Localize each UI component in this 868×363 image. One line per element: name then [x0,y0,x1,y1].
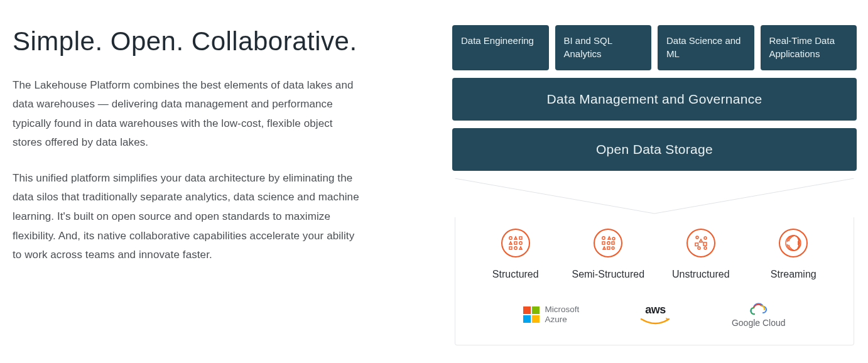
format-streaming: Streaming [747,229,840,280]
svg-point-9 [602,237,605,239]
tile-bi-sql-analytics[interactable]: BI and SQL Analytics [555,25,652,70]
svg-point-23 [698,247,700,249]
svg-rect-16 [607,247,610,249]
paragraph-1: The Lakehouse Platform combines the best… [13,76,364,153]
svg-point-5 [519,242,522,244]
svg-point-0 [509,237,512,239]
unstructured-icon [686,229,715,257]
format-semi-structured: Semi-Structured [562,229,655,280]
tile-open-data-storage[interactable]: Open Data Storage [452,128,857,171]
data-formats-row: Structured Semi-Structured [469,229,840,280]
svg-point-7 [514,247,517,249]
tile-data-mgmt-governance[interactable]: Data Management and Governance [452,78,857,121]
azure-label-line-1: Microsoft [545,305,579,315]
google-cloud-label: Google Cloud [732,318,786,328]
cloud-providers-row: Microsoft Azure aws [469,301,840,328]
format-structured-label: Structured [492,269,539,280]
cloud-aws: aws [640,303,671,327]
format-semi-structured-label: Semi-Structured [572,269,644,280]
svg-rect-4 [514,242,517,244]
svg-marker-3 [509,242,512,244]
svg-point-18 [696,236,698,239]
streaming-icon [779,229,808,257]
svg-marker-8 [519,247,522,249]
svg-marker-15 [603,247,605,249]
svg-rect-2 [519,237,522,239]
data-formats-card: Structured Semi-Structured [455,217,854,345]
format-unstructured-label: Unstructured [672,269,730,280]
headline: Simple. Open. Collaborative. [13,25,364,58]
svg-rect-14 [612,242,614,244]
structured-icon [501,229,530,257]
cloud-google: Google Cloud [732,301,786,328]
svg-rect-6 [509,247,512,249]
svg-rect-22 [703,242,707,246]
svg-marker-20 [699,239,702,242]
svg-marker-10 [608,237,610,239]
top-tile-row: Data Engineering BI and SQL Analytics Da… [452,25,857,70]
svg-rect-21 [695,243,698,246]
tile-realtime-apps[interactable]: Real-Time Data Applications [761,25,857,70]
svg-point-11 [612,237,615,240]
svg-point-19 [704,237,707,239]
paragraph-2: This unified platform simplifies your da… [13,169,364,265]
funnel-connector [455,178,854,216]
tile-data-engineering[interactable]: Data Engineering [452,25,549,70]
semi-structured-icon [594,229,622,257]
svg-point-17 [612,247,614,249]
format-structured: Structured [469,229,562,280]
tile-data-science-ml[interactable]: Data Science and ML [658,25,754,70]
svg-rect-12 [602,242,605,244]
cloud-azure: Microsoft Azure [523,305,579,325]
svg-point-24 [704,247,707,249]
aws-label: aws [645,303,666,317]
azure-logo-icon [523,306,540,323]
aws-smile-icon [640,318,671,327]
format-unstructured: Unstructured [654,229,747,280]
svg-marker-1 [514,237,517,239]
format-streaming-label: Streaming [771,269,816,280]
svg-point-13 [607,242,610,244]
google-cloud-icon [749,301,768,315]
azure-label-line-2: Azure [545,315,579,325]
